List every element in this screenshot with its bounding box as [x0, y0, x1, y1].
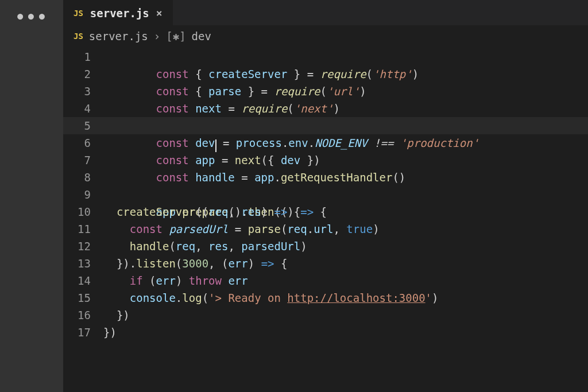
activity-bar: ••• [0, 0, 63, 392]
code-line[interactable]: 7 const handle = app.getRequestHandler() [63, 152, 588, 169]
line-number: 9 [63, 186, 103, 203]
line-number: 5 [63, 117, 103, 134]
code-line[interactable]: 12 handle(req, res, parsedUrl) [63, 238, 588, 255]
code-line[interactable]: 11 const parsedUrl = parse(req.url, true… [63, 220, 588, 238]
text-cursor [215, 139, 216, 152]
line-number: 6 [63, 134, 103, 152]
code-line[interactable]: 13 }).listen(3000, (err) => { [63, 255, 588, 272]
close-icon[interactable]: × [156, 7, 163, 19]
tab-label: server.js [90, 7, 149, 20]
editor-area: JS server.js × JS server.js › [✱] dev 1 … [63, 0, 588, 392]
line-number: 12 [63, 238, 103, 255]
line-number: 17 [63, 324, 103, 341]
tab-bar: JS server.js × [63, 0, 588, 25]
symbol-icon: [✱] [166, 30, 185, 42]
line-number: 10 [63, 203, 103, 220]
line-number: 13 [63, 255, 103, 272]
code-line[interactable]: 1 const { createServer } = require('http… [63, 48, 588, 65]
code-line[interactable]: 2 const { parse } = require('url') [63, 65, 588, 83]
js-file-icon: JS [74, 32, 83, 41]
chevron-right-icon: › [154, 30, 160, 42]
code-line-active[interactable]: 5 const dev = process.env.NODE_ENV !== '… [63, 117, 588, 134]
line-number: 2 [63, 65, 103, 83]
line-number: 11 [63, 220, 103, 238]
line-number: 8 [63, 169, 103, 186]
breadcrumb[interactable]: JS server.js › [✱] dev [63, 25, 588, 47]
line-number: 15 [63, 289, 103, 306]
line-number: 16 [63, 306, 103, 324]
code-line[interactable]: 9 app.prepare().then(() => { [63, 186, 588, 203]
line-number: 7 [63, 152, 103, 169]
line-number: 1 [63, 48, 103, 65]
code-line[interactable]: 3 const next = require('next') [63, 83, 588, 100]
code-line[interactable]: 15 console.log('> Ready on http://localh… [63, 289, 588, 306]
line-number: 3 [63, 83, 103, 100]
tab-server-js[interactable]: JS server.js × [63, 0, 173, 25]
breadcrumb-file: server.js [89, 30, 148, 42]
js-file-icon: JS [74, 9, 83, 18]
code-line[interactable]: 14 if (err) throw err [63, 272, 588, 289]
more-icon[interactable]: ••• [16, 8, 48, 392]
breadcrumb-symbol: dev [192, 30, 211, 42]
code-editor[interactable]: 1 const { createServer } = require('http… [63, 47, 588, 341]
code-line[interactable]: 17 }) [63, 324, 588, 341]
line-number: 14 [63, 272, 103, 289]
line-number: 4 [63, 100, 103, 117]
code-line[interactable]: 16 }) [63, 306, 588, 324]
